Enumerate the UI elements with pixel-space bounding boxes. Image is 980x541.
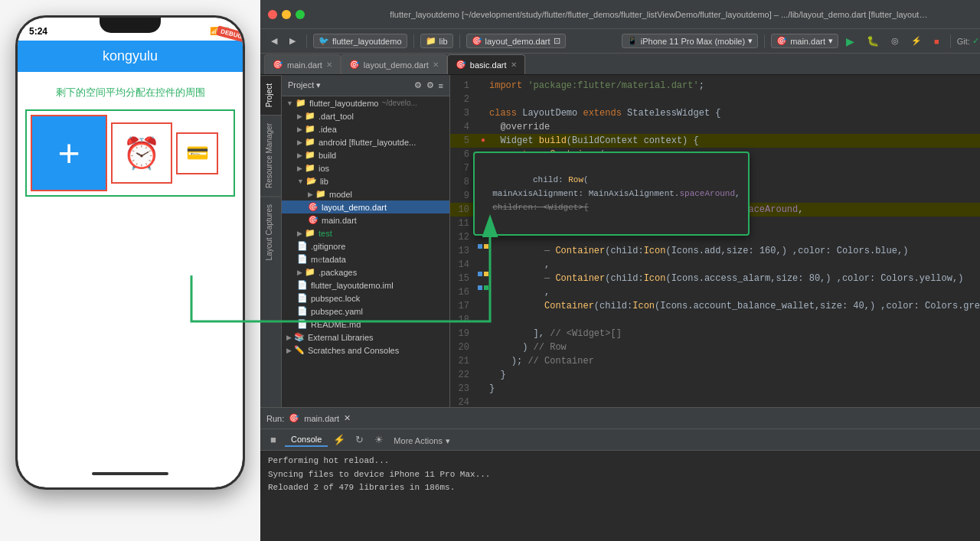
debug-btn[interactable]: 🐛 <box>862 34 884 48</box>
tree-model[interactable]: ▶ 📁 model <box>282 187 449 200</box>
stop-btn[interactable]: ■ <box>929 35 944 47</box>
scroll-up-btn[interactable]: ⚡ <box>331 432 348 448</box>
tree-test[interactable]: ▶ 📁 test <box>282 227 449 240</box>
tree-build[interactable]: ▶ 📁 build <box>282 148 449 161</box>
tab-icon: 🎯 <box>273 60 283 70</box>
app-title: kongyulu <box>103 48 158 64</box>
run-config-name: main.dart <box>304 414 339 423</box>
run-config-arrow: ▾ <box>828 36 833 46</box>
tree-arrow-icon: ▶ <box>308 191 313 198</box>
ide-tab-bar: 🎯 main.dart ✕ 🎯 layout_demo.dart ✕ 🎯 bas… <box>260 54 980 75</box>
nav-forward-btn[interactable]: ▶ <box>285 34 300 47</box>
tree-arrow-icon: ▶ <box>297 139 302 146</box>
code-line-1: 1 import 'package:flutter/material.dart'… <box>450 79 980 93</box>
gear-icon[interactable]: ⚙ <box>426 80 434 90</box>
sidebar-resource-label[interactable]: Resource Manager <box>260 115 281 196</box>
device-label: iPhone 11 Pro Max (mobile) <box>641 37 745 46</box>
code-line-21: 21 ); // Container <box>450 354 980 368</box>
sidebar-layout-label[interactable]: Layout Captures <box>260 196 281 268</box>
project-dropdown[interactable]: 🐦 flutter_layoutdemo <box>313 34 407 48</box>
code-line-23: 23 } <box>450 382 980 396</box>
tree-android[interactable]: ▶ 📁 android [flutter_layoutde... <box>282 135 449 148</box>
wallet-icon: 💳 <box>186 144 209 162</box>
tab-basic-dart[interactable]: 🎯 basic.dart ✕ <box>447 54 525 74</box>
add-icon: + <box>57 134 80 172</box>
tree-readme[interactable]: 📄 README.md <box>282 318 449 331</box>
tree-layout-demo-dart[interactable]: 🎯 layout_demo.dart <box>282 200 449 213</box>
tree-metadata[interactable]: 📄 metadata <box>282 253 449 266</box>
tree-lib[interactable]: ▼ 📂 lib <box>282 174 449 187</box>
tree-main-dart[interactable]: 🎯 main.dart <box>282 213 449 227</box>
tab-icon: 🎯 <box>456 60 466 70</box>
code-editor: 1 import 'package:flutter/material.dart'… <box>450 75 980 407</box>
folder-icon: 📁 <box>315 189 326 199</box>
nav-back-btn[interactable]: ◀ <box>266 34 282 47</box>
file-icon: 📄 <box>297 254 308 264</box>
tree-pubspec-lock[interactable]: 📄 pubspec.lock <box>282 292 449 305</box>
folder-icon: 📁 <box>296 98 306 108</box>
dart-file-icon: 🎯 <box>308 202 318 212</box>
lib-label: lib <box>439 37 448 46</box>
scroll-to-end-btn[interactable]: ↻ <box>351 432 368 448</box>
folder-icon: 📁 <box>305 163 315 173</box>
code-line-22: 22 } <box>450 368 980 382</box>
tree-dart-tool[interactable]: ▶ 📁 .dart_tool <box>282 109 449 122</box>
console-line-3: Reloaded 2 of 479 libraries in 186ms. <box>268 481 980 495</box>
tab-close-icon[interactable]: ✕ <box>326 60 332 69</box>
tree-arrow-icon: ▶ <box>286 347 292 354</box>
folder-icon: 📁 <box>305 267 315 277</box>
tab-close-icon[interactable]: ✕ <box>433 60 439 69</box>
tree-arrow-icon: ▶ <box>297 152 302 159</box>
phone-panel: 5:24 📶 🔋 DEBUG kongyulu 剩下的空间平均分配在控件的周围 <box>0 0 260 541</box>
profile-btn[interactable]: ⚡ <box>906 34 926 47</box>
code-content[interactable]: 1 import 'package:flutter/material.dart'… <box>450 75 980 407</box>
clear-btn[interactable]: ☀ <box>371 432 387 448</box>
run-tab-close[interactable]: ✕ <box>344 413 351 423</box>
close-button[interactable] <box>268 10 277 19</box>
tab-layout-demo[interactable]: 🎯 layout_demo.dart ✕ <box>341 54 447 74</box>
tree-gitignore[interactable]: 📄 .gitignore <box>282 240 449 253</box>
git-label: Git: <box>957 37 970 46</box>
tree-ios[interactable]: ▶ 📁 ios <box>282 161 449 174</box>
phone-content: 剩下的空间平均分配在控件的周围 + ⏰ 💳 <box>18 72 243 472</box>
stop-console-btn[interactable]: ■ <box>265 432 282 448</box>
tab-main-dart[interactable]: 🎯 main.dart ✕ <box>264 54 341 74</box>
sync-icon[interactable]: ⚙ <box>414 80 422 90</box>
tree-idea[interactable]: ▶ 📁 .idea <box>282 122 449 135</box>
tree-packages[interactable]: ▶ 📁 .packages <box>282 266 449 279</box>
file-tree: Project ▾ ⚙ ⚙ ≡ ▼ 📁 flutter_layoutdemo ~… <box>282 75 450 407</box>
tree-scratches[interactable]: ▶ ✏️ Scratches and Consoles <box>282 344 449 357</box>
tree-iml[interactable]: 📄 flutter_layoutdemo.iml <box>282 279 449 292</box>
tab-icon: 🎯 <box>349 60 360 70</box>
minimize-button[interactable] <box>282 10 291 19</box>
coverage-btn[interactable]: ◎ <box>887 34 903 47</box>
file-dropdown[interactable]: 🎯 layout_demo.dart ⊡ <box>466 34 566 48</box>
tree-external-libraries[interactable]: ▶ 📚 External Libraries <box>282 331 449 344</box>
maximize-button[interactable] <box>296 10 305 19</box>
tree-pubspec-yaml[interactable]: 📄 pubspec.yaml <box>282 305 449 318</box>
run-btn[interactable]: ▶ <box>841 34 859 49</box>
tree-arrow-icon: ▶ <box>297 230 302 237</box>
device-dropdown[interactable]: 📱 iPhone 11 Pro Max (mobile) ▾ <box>622 34 758 48</box>
file-tab-label: layout_demo.dart <box>485 37 550 46</box>
ide-toolbar: ◀ ▶ 🐦 flutter_layoutdemo 📁 lib 🎯 layout_… <box>260 29 980 54</box>
run-icon: 🎯 <box>776 36 787 46</box>
sidebar-project-label[interactable]: Project <box>260 75 281 115</box>
code-line-16: 16 , <box>450 285 980 299</box>
ide-sidebar-labels: Project Resource Manager Layout Captures <box>260 75 282 407</box>
folder-icon: 📁 <box>305 150 315 160</box>
tree-arrow-icon: ▶ <box>286 334 292 341</box>
code-line-3: 3 class LayoutDemo extends StatelessWidg… <box>450 106 980 120</box>
phone-notch <box>100 18 161 33</box>
tree-flutter-layoutdemo[interactable]: ▼ 📁 flutter_layoutdemo ~/develo... <box>282 96 449 109</box>
code-line-2: 2 <box>450 93 980 106</box>
run-icon: 🎯 <box>289 413 299 423</box>
file-dropdown-expand: ⊡ <box>554 36 560 46</box>
more-actions-dropdown[interactable]: More Actions ▾ <box>394 433 450 447</box>
tab-close-icon[interactable]: ✕ <box>511 60 517 69</box>
phone-row-container: + ⏰ 💳 <box>25 109 235 197</box>
filter-icon[interactable]: ≡ <box>439 81 443 90</box>
console-tab[interactable]: Console <box>285 433 328 447</box>
run-config-dropdown[interactable]: 🎯 main.dart ▾ <box>771 34 838 48</box>
lib-dropdown[interactable]: 📁 lib <box>420 34 453 48</box>
